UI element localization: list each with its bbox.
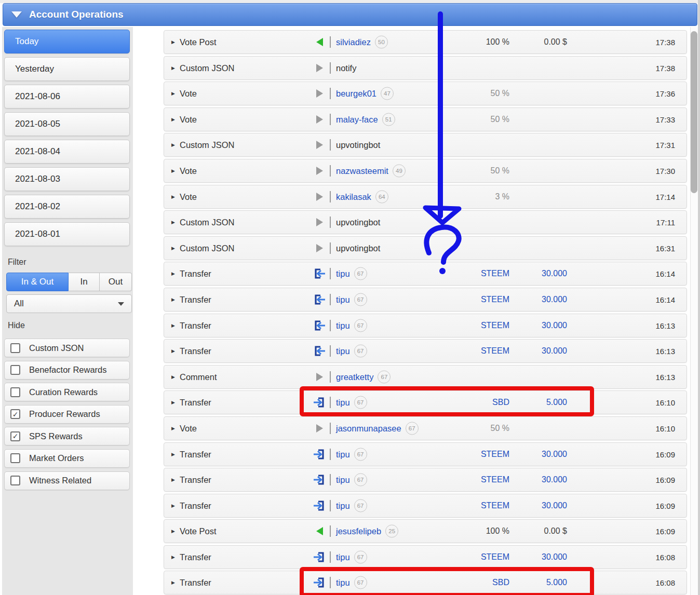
account-name[interactable]: tipu67	[336, 345, 367, 358]
operation-row-transfer[interactable]: ▶Transfertipu67STEEM30.00016:14	[164, 288, 687, 312]
hide-option-market-orders[interactable]: Market Orders	[4, 449, 130, 468]
value-column[interactable]: STEEM	[481, 269, 509, 278]
operation-row-transfer[interactable]: ▶Transfertipu67STEEM30.00016:08	[164, 545, 687, 569]
row-expand-triangle-icon[interactable]: ▶	[171, 503, 175, 508]
amount-column[interactable]: 30.000	[542, 501, 567, 510]
operation-row-custom-json[interactable]: ▶Custom JSONnotify17:38	[164, 56, 687, 80]
operation-row-vote[interactable]: ▶Votenazwasteemit4950 %17:30	[164, 159, 687, 183]
amount-column[interactable]: 5.000	[546, 578, 567, 587]
amount-column[interactable]: 5.000	[546, 398, 567, 407]
date-button-today[interactable]: Today	[4, 30, 130, 53]
value-column[interactable]: STEEM	[481, 295, 509, 304]
operation-row-transfer[interactable]: ▶Transfertipu67STEEM30.00016:09	[164, 442, 687, 466]
date-button-2021-08-01[interactable]: 2021-08-01	[4, 222, 130, 246]
amount-column[interactable]: 30.000	[542, 269, 567, 278]
operation-row-transfer[interactable]: ▶Transfertipu67STEEM30.00016:14	[164, 262, 687, 286]
hide-option-benefactor-rewards[interactable]: Benefactor Rewards	[4, 361, 130, 380]
date-button-2021-08-06[interactable]: 2021-08-06	[4, 85, 130, 109]
amount-column[interactable]: 30.000	[542, 295, 567, 304]
account-name[interactable]: kakilasak64	[336, 190, 388, 203]
filter-button-in[interactable]: In	[69, 273, 100, 291]
row-expand-triangle-icon[interactable]: ▶	[171, 117, 175, 122]
account-name[interactable]: tipu67	[336, 550, 367, 563]
checkbox[interactable]	[10, 476, 20, 485]
row-expand-triangle-icon[interactable]: ▶	[171, 194, 175, 199]
checkbox[interactable]	[10, 365, 20, 375]
account-operations-header[interactable]: Account Operations	[3, 3, 697, 26]
operation-type-dropdown[interactable]: All	[6, 294, 132, 313]
row-expand-triangle-icon[interactable]: ▶	[171, 348, 175, 354]
value-column[interactable]: STEEM	[481, 552, 509, 562]
amount-column[interactable]: 30.000	[542, 321, 567, 330]
hide-option-curation-rewards[interactable]: Curation Rewards	[4, 383, 130, 401]
row-expand-triangle-icon[interactable]: ▶	[171, 452, 175, 457]
account-name[interactable]: nazwasteemit49	[336, 164, 406, 177]
hide-option-witness-related[interactable]: Witness Related	[4, 471, 130, 490]
checkbox[interactable]: ✓	[10, 431, 20, 441]
amount-column[interactable]: 30.000	[542, 475, 567, 484]
account-name[interactable]: jasonmunapasee67	[336, 422, 419, 435]
amount-column[interactable]: 30.000	[542, 450, 567, 459]
operation-row-vote-post[interactable]: ▶Vote Postsilviadiez50100 %0.00 $17:38	[164, 30, 687, 54]
operation-row-transfer[interactable]: ▶Transfertipu67SBD5.00016:10	[164, 390, 687, 414]
checkbox[interactable]	[10, 387, 20, 397]
row-expand-triangle-icon[interactable]: ▶	[171, 374, 175, 380]
row-expand-triangle-icon[interactable]: ▶	[171, 168, 175, 173]
operation-row-comment[interactable]: ▶Commentgreatketty6716:13	[164, 365, 687, 389]
date-button-2021-08-04[interactable]: 2021-08-04	[4, 140, 130, 164]
account-name[interactable]: greatketty67	[336, 370, 391, 383]
value-column[interactable]: STEEM	[481, 501, 509, 510]
amount-column[interactable]: 30.000	[542, 552, 567, 562]
account-name[interactable]: malay-face51	[336, 113, 395, 126]
row-expand-triangle-icon[interactable]: ▶	[171, 271, 175, 276]
row-expand-triangle-icon[interactable]: ▶	[171, 400, 175, 405]
account-name[interactable]: jesusfelipeb25	[336, 525, 398, 538]
operation-row-transfer[interactable]: ▶Transfertipu67STEEM30.00016:09	[164, 494, 687, 518]
date-button-2021-08-03[interactable]: 2021-08-03	[4, 167, 130, 191]
account-name[interactable]: tipu67	[336, 396, 367, 409]
row-expand-triangle-icon[interactable]: ▶	[171, 529, 175, 534]
account-name[interactable]: silviadiez50	[336, 36, 388, 49]
value-column[interactable]: STEEM	[481, 346, 509, 356]
row-expand-triangle-icon[interactable]: ▶	[171, 297, 175, 302]
checkbox[interactable]	[10, 343, 20, 353]
operation-row-custom-json[interactable]: ▶Custom JSONupvotingbot17:31	[164, 133, 687, 157]
collapse-triangle-icon[interactable]	[11, 11, 22, 18]
account-name[interactable]: tipu67	[336, 474, 367, 486]
hide-option-custom-json[interactable]: Custom JSON	[4, 339, 130, 357]
row-expand-triangle-icon[interactable]: ▶	[171, 246, 175, 251]
row-expand-triangle-icon[interactable]: ▶	[171, 39, 175, 45]
date-button-yesterday[interactable]: Yesterday	[4, 57, 130, 81]
operation-row-transfer[interactable]: ▶Transfertipu67STEEM30.00016:13	[164, 339, 687, 363]
value-column[interactable]: STEEM	[481, 450, 509, 459]
operation-row-custom-json[interactable]: ▶Custom JSONupvotingbot16:31	[164, 236, 687, 260]
filter-button-out[interactable]: Out	[100, 273, 132, 291]
row-expand-triangle-icon[interactable]: ▶	[171, 65, 175, 71]
row-expand-triangle-icon[interactable]: ▶	[171, 323, 175, 328]
account-name[interactable]: tipu67	[336, 267, 367, 280]
date-button-2021-08-05[interactable]: 2021-08-05	[4, 112, 130, 136]
account-name[interactable]: tipu67	[336, 576, 367, 589]
operation-row-vote[interactable]: ▶Votemalay-face5150 %17:33	[164, 107, 687, 131]
filter-button-in-out[interactable]: In & Out	[6, 273, 69, 291]
account-name[interactable]: tipu67	[336, 319, 367, 332]
checkbox[interactable]: ✓	[10, 409, 20, 419]
account-name[interactable]: tipu67	[336, 293, 367, 306]
operation-row-transfer[interactable]: ▶Transfertipu67STEEM30.00016:13	[164, 314, 687, 337]
row-expand-triangle-icon[interactable]: ▶	[171, 580, 175, 585]
value-column[interactable]: STEEM	[481, 475, 509, 484]
operation-row-custom-json[interactable]: ▶Custom JSONupvotingbot17:11	[164, 210, 687, 234]
amount-column[interactable]: 30.000	[542, 346, 567, 356]
row-expand-triangle-icon[interactable]: ▶	[171, 91, 175, 96]
operation-row-transfer[interactable]: ▶Transfertipu67SBD5.00016:08	[164, 571, 687, 594]
scrollbar-thumb[interactable]	[691, 31, 697, 193]
checkbox[interactable]	[10, 453, 20, 463]
date-button-2021-08-02[interactable]: 2021-08-02	[4, 195, 130, 219]
hide-option-producer-rewards[interactable]: ✓Producer Rewards	[4, 405, 130, 424]
account-name[interactable]: tipu67	[336, 448, 367, 461]
row-expand-triangle-icon[interactable]: ▶	[171, 426, 175, 431]
row-expand-triangle-icon[interactable]: ▶	[171, 555, 175, 560]
value-column[interactable]: SBD	[492, 398, 509, 407]
hide-option-sps-rewards[interactable]: ✓SPS Rewards	[4, 427, 130, 445]
operation-row-vote[interactable]: ▶Votejasonmunapasee6750 %16:10	[164, 416, 687, 440]
